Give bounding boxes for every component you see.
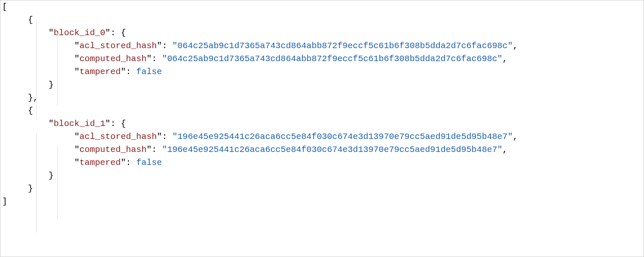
indent-guide	[57, 33, 58, 106]
colon: :	[152, 145, 162, 154]
colon: :	[110, 28, 121, 38]
json-text[interactable]: [ { "block_id_0": { "acl_stored_hash": "…	[0, 0, 644, 208]
json-key: block_id_1	[54, 119, 105, 128]
bracket-close: ]	[2, 197, 7, 206]
quote: "	[74, 54, 79, 64]
json-keyword: false	[136, 158, 162, 167]
comma: ,	[502, 54, 507, 64]
json-key: acl_stored_hash	[80, 41, 157, 51]
quote: "	[105, 119, 110, 128]
brace-open: {	[121, 28, 126, 38]
json-key: block_id_0	[54, 28, 105, 38]
quote: "	[74, 145, 79, 154]
colon: :	[152, 54, 162, 64]
brace-close: }	[49, 80, 54, 90]
colon: :	[162, 132, 172, 141]
comma: ,	[33, 93, 38, 103]
brace-open: {	[28, 106, 33, 116]
json-key: acl_stored_hash	[80, 132, 157, 141]
brace-close: }	[49, 171, 54, 180]
quote: "	[74, 41, 79, 51]
json-key: tampered	[80, 158, 121, 167]
comma: ,	[513, 41, 518, 51]
indent-guide	[57, 146, 58, 219]
brace-close: }	[28, 93, 33, 103]
comma: ,	[513, 132, 518, 141]
quote: "	[49, 119, 54, 128]
json-keyword: false	[136, 67, 162, 77]
json-string: "064c25ab9c1d7365a743cd864abb872f9eccf5c…	[162, 54, 502, 64]
quote: "	[74, 67, 79, 77]
quote: "	[121, 67, 126, 77]
bracket-open: [	[2, 2, 7, 12]
quote: "	[146, 54, 151, 64]
colon: :	[162, 41, 172, 51]
quote: "	[146, 145, 151, 154]
json-key: tampered	[80, 67, 121, 77]
quote: "	[74, 132, 79, 141]
colon: :	[126, 158, 136, 167]
comma: ,	[502, 145, 507, 154]
quote: "	[105, 28, 110, 38]
json-key: computed_hash	[80, 145, 147, 154]
colon: :	[110, 119, 121, 128]
json-string: "196e45e925441c26aca6cc5e84f030c674e3d13…	[172, 132, 513, 141]
quote: "	[49, 28, 54, 38]
indent-guide	[36, 133, 36, 233]
colon: :	[126, 67, 136, 77]
json-string: "064c25ab9c1d7365a743cd864abb872f9eccf5c…	[172, 41, 513, 51]
json-output-panel: [ { "block_id_0": { "acl_stored_hash": "…	[0, 0, 644, 257]
indent-guide	[36, 20, 36, 120]
json-key: computed_hash	[80, 54, 147, 64]
brace-close: }	[28, 184, 33, 193]
quote: "	[157, 41, 162, 51]
quote: "	[157, 132, 162, 141]
quote: "	[74, 158, 79, 167]
quote: "	[121, 158, 126, 167]
brace-open: {	[121, 119, 126, 128]
brace-open: {	[28, 15, 33, 25]
json-string: "196e45e925441c26aca6cc5e84f030c674e3d13…	[162, 145, 502, 154]
